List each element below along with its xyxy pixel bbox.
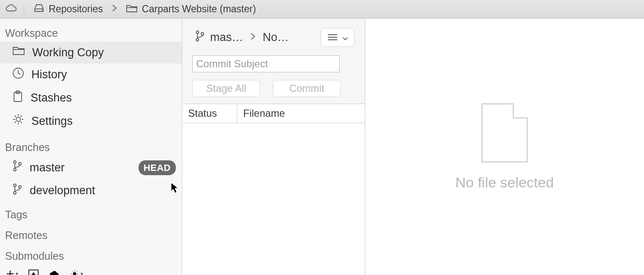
sidebar-item-label: Settings [31, 114, 73, 129]
sidebar-section-tags: Tags [0, 203, 182, 223]
sidebar-item-label: History [31, 68, 67, 82]
svg-point-11 [73, 272, 76, 275]
sidebar-footer: ▾ ▾ [0, 265, 182, 275]
divider [24, 3, 24, 15]
sidebar-item-label: development [30, 184, 95, 198]
add-button[interactable]: ▾ [6, 270, 18, 275]
svg-point-8 [14, 184, 16, 187]
folder-icon [126, 3, 138, 15]
breadcrumb-second[interactable]: No… [263, 31, 289, 44]
sidebar-item-label: Working Copy [32, 46, 104, 60]
file-table-header: Status Filename [182, 104, 365, 123]
file-icon [481, 103, 528, 162]
detail-pane: No file selected [365, 19, 644, 275]
sidebar-section-submodules: Submodules [0, 244, 182, 265]
sidebar-section-workspace: Workspace [0, 21, 182, 42]
svg-point-6 [14, 168, 16, 171]
breadcrumb-repositories[interactable]: Repositories [31, 3, 105, 16]
sidebar-item-branch-development[interactable]: development [0, 179, 182, 203]
cloud-icon[interactable] [49, 270, 60, 275]
sidebar-section-remotes: Remotes [0, 223, 182, 244]
breadcrumb-branch[interactable]: mas… [210, 31, 243, 44]
column-filename[interactable]: Filename [237, 104, 365, 123]
gear-icon[interactable]: ▾ [70, 269, 83, 275]
branch-icon [12, 183, 23, 199]
commit-breadcrumb: mas… No… [192, 25, 355, 55]
svg-point-10 [19, 186, 21, 188]
commit-button[interactable]: Commit [273, 80, 341, 97]
stage-all-button[interactable]: Stage All [192, 80, 260, 97]
sidebar-item-stashes[interactable]: Stashes [0, 87, 182, 110]
svg-point-0 [42, 9, 42, 10]
svg-point-4 [16, 117, 20, 121]
branch-icon [12, 160, 23, 176]
svg-point-13 [196, 38, 199, 41]
column-status[interactable]: Status [182, 104, 237, 123]
clipboard-icon [12, 90, 24, 107]
svg-point-12 [196, 31, 199, 33]
sidebar-item-history[interactable]: History [0, 63, 182, 87]
list-icon [327, 31, 338, 44]
sidebar-section-branches: Branches [0, 135, 182, 156]
chevron-down-icon [342, 31, 348, 44]
sidebar-item-working-copy[interactable]: Working Copy [0, 42, 182, 63]
sidebar-item-label: Stashes [31, 91, 72, 105]
empty-state-text: No file selected [455, 174, 554, 191]
breadcrumb-repo-folder[interactable]: Carparts Website (master) [123, 3, 258, 16]
terminal-icon[interactable] [28, 270, 39, 275]
svg-point-5 [14, 161, 16, 163]
chevron-right-icon [110, 4, 119, 15]
chevron-right-icon [248, 32, 258, 43]
branch-icon [195, 30, 205, 45]
svg-point-7 [19, 162, 21, 165]
commit-pane: mas… No… Stage All Commit [182, 19, 365, 275]
cloud-icon[interactable] [5, 3, 17, 15]
sidebar-item-settings[interactable]: Settings [0, 110, 182, 133]
folder-icon [12, 45, 25, 60]
svg-point-14 [201, 33, 204, 35]
drive-icon [33, 3, 44, 15]
svg-point-9 [14, 192, 16, 194]
sidebar: Workspace Working Copy History Stashes [0, 19, 182, 275]
breadcrumb-toolbar: Repositories Carparts Website (master) [0, 0, 644, 19]
sidebar-item-label: master [30, 161, 65, 175]
view-mode-button[interactable] [321, 28, 355, 47]
clock-icon [12, 67, 25, 83]
head-badge: HEAD [139, 160, 176, 176]
gear-icon [12, 113, 25, 129]
breadcrumb-label: Repositories [49, 3, 103, 15]
breadcrumb-label: Carparts Website (master) [142, 3, 256, 15]
file-table-body [182, 123, 365, 275]
commit-subject-input[interactable] [192, 55, 340, 72]
sidebar-item-branch-master[interactable]: master HEAD [0, 156, 182, 179]
